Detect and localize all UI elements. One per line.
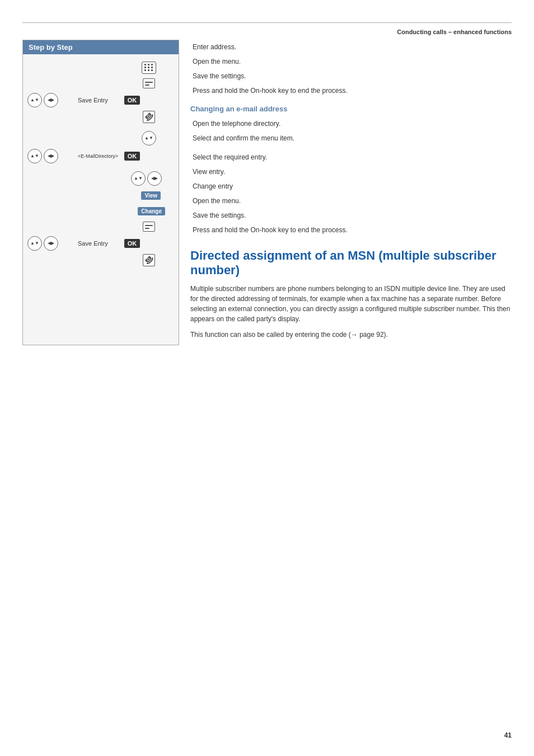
nav-circle-cell-left: ▲▼ [140, 131, 157, 145]
menu-icon-cell-1 [140, 78, 157, 88]
step-by-step-title: Step by Step [29, 43, 73, 51]
directed-assignment-heading: Directed assignment of an MSN (multiple … [190, 248, 512, 278]
instruction-select-entry: Select the required entry. [190, 150, 512, 165]
text-open-dir: Open the telephone directory. [190, 120, 512, 128]
page-container: Conducting calls – enhanced functions St… [0, 0, 534, 756]
instruction-enter-address: Enter address. [190, 40, 512, 54]
step-row-open-menu-1 [23, 76, 179, 91]
text-save-2: Save the settings. [190, 212, 512, 219]
right-panel: Enter address. Open the menu. Save the s… [179, 40, 512, 345]
text-view: View entry. [190, 168, 512, 176]
nav-circle-icon-3: ▲▼ [27, 236, 42, 251]
text-onhook-2: Press and hold the On-hook key to end th… [190, 226, 512, 234]
header-line [22, 22, 512, 26]
step-row-emaildir: ▲▼ ◀▶ <E-MailDirectory> OK [23, 147, 179, 165]
changing-email-heading: Changing an e-mail address [190, 105, 512, 113]
instruction-select-confirm: Select and confirm the menu item. [190, 131, 512, 145]
directed-assignment-paragraph-1: Multiple subscriber numbers are phone nu… [190, 284, 512, 324]
emaildir-label: <E-MailDirectory> [78, 153, 123, 159]
step-row-onhook-1: ☎ [23, 109, 179, 125]
nav-circle-icon-2: ◀▶ [44, 93, 58, 107]
directed-assignment-paragraph-2: This function can also be called by ente… [190, 330, 512, 340]
nav-circle-left-1: ▲▼ [142, 131, 156, 145]
instruction-open-menu-1: Open the menu. [190, 54, 512, 69]
step-row-change: Change [23, 203, 179, 219]
ok-label-2: OK [124, 239, 140, 248]
instruction-view: View entry. [190, 165, 512, 179]
keyboard-icon-cell [140, 62, 157, 74]
step-row-open-dir: ▲▼ [23, 129, 179, 147]
step-row-save-entry-1: ▲▼ ◀▶ Save Entry OK [23, 91, 179, 109]
nav-circle-icon-1: ▲▼ [27, 93, 42, 107]
step-by-step-header: Step by Step [23, 40, 179, 54]
text-open-menu-2: Open the menu. [190, 197, 512, 205]
onhook-icon-2: ☎ [143, 254, 155, 266]
menu-icon-1 [143, 78, 155, 88]
ok-btn-emaildir: OK [123, 152, 142, 161]
nav-circle-sel-1: ▲▼ [131, 171, 146, 186]
ok-label-1: OK [124, 96, 140, 105]
step-row-onhook-2: ☎ [23, 252, 179, 268]
keyboard-icon [142, 62, 156, 74]
instruction-onhook-2: Press and hold the On-hook key to end th… [190, 223, 512, 237]
ok-btn-2: OK [123, 239, 142, 248]
onhook-icon-cell-1: ☎ [140, 111, 157, 123]
nav-icons-emaildir: ▲▼ ◀▶ [27, 149, 78, 163]
page-number: 41 [504, 731, 512, 739]
view-button[interactable]: View [141, 191, 161, 200]
menu-icon-cell-2 [140, 222, 157, 232]
menu-icon-2 [143, 222, 155, 232]
ok-btn-1: OK [123, 96, 142, 105]
header-title: Conducting calls – enhanced functions [22, 26, 512, 40]
text-save-1: Save the settings. [190, 72, 512, 80]
text-select-entry: Select the required entry. [190, 153, 512, 161]
save-entry-label-1: Save Entry [78, 97, 123, 104]
step-row-enter-address [23, 60, 179, 76]
nav-icons-1: ▲▼ ◀▶ [27, 93, 78, 107]
text-select-confirm: Select and confirm the menu item. [190, 134, 512, 142]
step-row-select-entry: ▲▼ ◀▶ [23, 170, 179, 187]
text-change: Change entry [190, 182, 512, 190]
nav-circle-sel-2: ◀▶ [147, 171, 162, 186]
text-enter-address: Enter address. [190, 43, 512, 51]
nav-circle-emaildir-1: ▲▼ [27, 149, 42, 163]
instruction-open-menu-2: Open the menu. [190, 194, 512, 208]
instruction-change: Change entry [190, 179, 512, 194]
step-by-step-content: ▲▼ ◀▶ Save Entry OK ☎ [23, 54, 179, 274]
onhook-icon-cell-2: ☎ [140, 254, 157, 266]
change-button[interactable]: Change [138, 207, 165, 215]
step-by-step-panel: Step by Step [22, 40, 179, 345]
instruction-open-dir: Open the telephone directory. [190, 116, 512, 131]
text-onhook-1: Press and hold the On-hook key to end th… [190, 87, 512, 95]
text-open-menu-1: Open the menu. [190, 58, 512, 65]
instruction-onhook-1: Press and hold the On-hook key to end th… [190, 83, 512, 98]
instruction-save-2: Save the settings. [190, 208, 512, 223]
nav-circle-icon-4: ◀▶ [44, 236, 58, 251]
nav-circle-double: ▲▼ ◀▶ [131, 171, 162, 186]
main-layout: Step by Step [22, 40, 512, 345]
save-entry-label-2: Save Entry [78, 240, 123, 247]
nav-icons-2: ▲▼ ◀▶ [27, 236, 78, 251]
nav-circle-emaildir-2: ◀▶ [44, 149, 58, 163]
instruction-save-1: Save the settings. [190, 69, 512, 83]
onhook-icon-1: ☎ [143, 111, 155, 123]
step-row-view: View [23, 187, 179, 203]
step-row-save-entry-2: ▲▼ ◀▶ Save Entry OK [23, 234, 179, 252]
step-row-open-menu-2 [23, 219, 179, 234]
ok-label-emaildir: OK [124, 152, 140, 161]
